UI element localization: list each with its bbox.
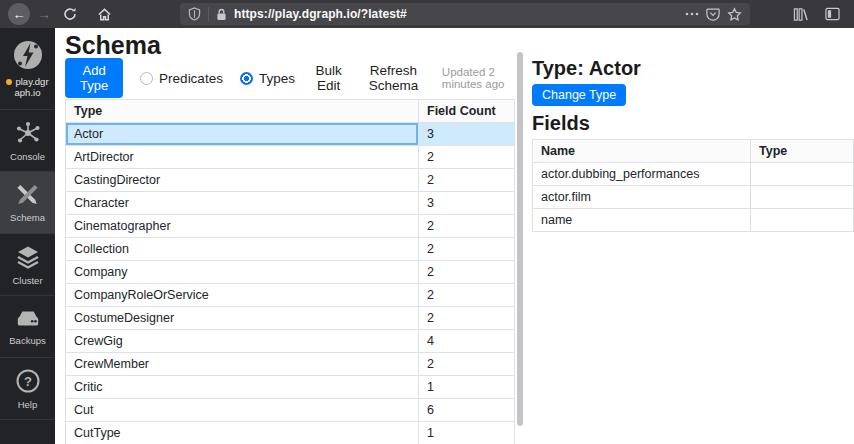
table-cell[interactable]: 2 [419,307,515,330]
predicates-radio-label: Predicates [159,71,223,86]
table-cell[interactable]: 2 [419,169,515,192]
help-question-icon: ? [15,368,41,394]
add-type-button[interactable]: Add Type [65,58,123,98]
table-row[interactable]: Actor3 [66,123,515,146]
sidebar-item-backups[interactable]: Backups [0,296,55,358]
table-row[interactable]: CompanyRoleOrService2 [66,284,515,307]
table-cell[interactable]: Cinematographer [66,215,419,238]
table-cell[interactable]: 1 [419,376,515,399]
table-cell[interactable]: CostumeDesigner [66,307,419,330]
types-radio-label: Types [259,71,295,86]
bulk-edit-button[interactable]: Bulk Edit [312,63,345,93]
types-radio[interactable]: Types [240,71,295,86]
table-cell[interactable]: Company [66,261,419,284]
table-row[interactable]: CastingDirector2 [66,169,515,192]
table-cell[interactable]: 3 [419,123,515,146]
column-header-field-count: Field Count [419,100,515,123]
table-cell[interactable]: actor.dubbing_performances [533,163,751,186]
table-cell[interactable]: 2 [419,215,515,238]
page-actions-ellipsis-icon[interactable] [685,12,699,16]
table-row[interactable]: Cinematographer2 [66,215,515,238]
table-cell[interactable]: 1 [419,422,515,444]
table-cell[interactable]: 2 [419,353,515,376]
page-title: Schema [65,30,516,60]
urlbar-divider [208,7,209,21]
table-cell[interactable]: name [533,209,751,232]
table-row[interactable]: Critic1 [66,376,515,399]
table-row[interactable]: CrewGig4 [66,330,515,353]
cluster-layers-icon [15,244,41,270]
table-cell[interactable]: actor.film [533,186,751,209]
table-cell[interactable]: Actor [66,123,419,146]
table-cell[interactable]: CastingDirector [66,169,419,192]
sidebar-logo[interactable]: play.dgr aph.io [0,28,55,110]
updated-timestamp: Updated 2 minutes ago [442,66,516,90]
pocket-icon[interactable] [706,7,720,21]
change-type-button[interactable]: Change Type [532,84,626,106]
table-row[interactable]: CutType1 [66,422,515,444]
types-radio-circle[interactable] [240,72,253,85]
predicates-radio-circle[interactable] [140,72,153,85]
table-row[interactable]: actor.film [533,186,854,209]
table-row[interactable]: CostumeDesigner2 [66,307,515,330]
table-cell[interactable]: Critic [66,376,419,399]
table-cell[interactable]: Character [66,192,419,215]
table-cell[interactable]: Collection [66,238,419,261]
forward-icon[interactable]: → [32,2,56,26]
sidebar-item-console[interactable]: Console [0,110,55,172]
connection-label-line2: aph.io [6,87,48,98]
vertical-scrollbar[interactable] [516,28,524,444]
home-icon[interactable] [92,2,116,26]
browser-toolbar: ← → https://play.dgraph.io/?latest# [0,0,854,28]
table-cell[interactable]: 2 [419,261,515,284]
table-cell[interactable]: 6 [419,399,515,422]
sidebars-toggle-icon[interactable] [825,7,840,22]
url-text[interactable]: https://play.dgraph.io/?latest# [234,7,678,21]
lock-icon[interactable] [216,8,227,21]
predicates-radio[interactable]: Predicates [140,71,223,86]
table-cell[interactable] [751,209,854,232]
sidebar-filler [0,420,55,444]
table-cell[interactable] [751,186,854,209]
sidebar-item-label: Console [10,151,45,162]
table-cell[interactable]: 2 [419,146,515,169]
table-cell[interactable]: Cut [66,399,419,422]
backups-drive-icon [15,308,41,330]
table-cell[interactable]: 2 [419,238,515,261]
table-row[interactable]: actor.dubbing_performances [533,163,854,186]
bookmark-star-icon[interactable] [727,7,742,22]
type-detail-title: Type: Actor [532,56,854,80]
table-cell[interactable]: CompanyRoleOrService [66,284,419,307]
table-cell[interactable]: ArtDirector [66,146,419,169]
types-table: Type Field Count Actor3ArtDirector2Casti… [65,99,515,444]
table-row[interactable]: ArtDirector2 [66,146,515,169]
sidebar-item-cluster[interactable]: Cluster [0,234,55,296]
table-row[interactable]: Collection2 [66,238,515,261]
back-icon[interactable]: ← [8,3,30,25]
sidebar-item-help[interactable]: ? Help [0,358,55,420]
table-cell[interactable]: CutType [66,422,419,444]
table-cell[interactable]: CrewMember [66,353,419,376]
table-row[interactable]: name [533,209,854,232]
sidebar-item-schema[interactable]: Schema [0,172,55,234]
table-cell[interactable]: 3 [419,192,515,215]
sidebar-item-label: Backups [9,335,45,346]
console-graph-icon [15,120,41,146]
table-row[interactable]: Character3 [66,192,515,215]
tracking-shield-icon[interactable] [188,7,201,21]
library-icon[interactable] [793,7,809,22]
table-row[interactable]: Company2 [66,261,515,284]
column-header-type: Type [66,100,419,123]
table-row[interactable]: CrewMember2 [66,353,515,376]
reload-icon[interactable] [58,2,82,26]
table-cell[interactable]: 4 [419,330,515,353]
table-cell[interactable] [751,163,854,186]
scrollbar-thumb[interactable] [517,52,523,426]
table-row[interactable]: Cut6 [66,399,515,422]
url-bar[interactable]: https://play.dgraph.io/?latest# [180,3,750,25]
refresh-schema-button[interactable]: Refresh Schema [362,63,425,93]
table-cell[interactable]: CrewGig [66,330,419,353]
table-cell[interactable]: 2 [419,284,515,307]
sidebar: play.dgr aph.io Console [0,28,55,444]
column-header-field-type: Type [751,140,854,163]
